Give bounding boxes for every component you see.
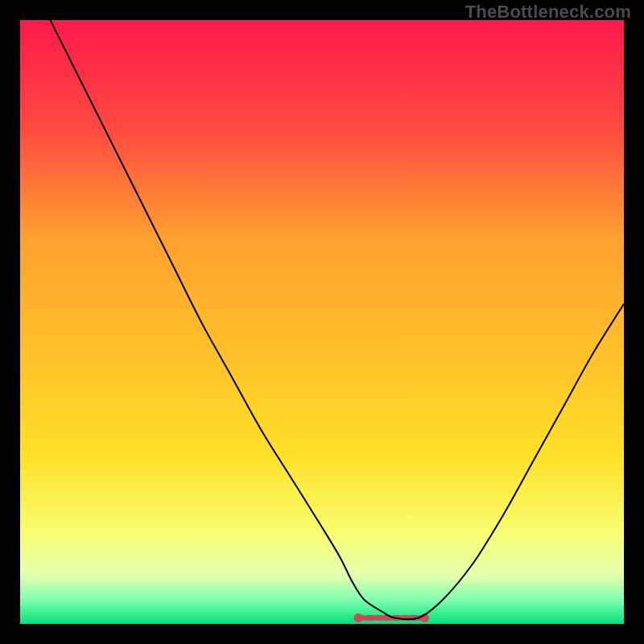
watermark-label: TheBottleneck.com: [465, 2, 631, 23]
chart-outer-frame: TheBottleneck.com: [0, 0, 644, 644]
gradient-background: [20, 20, 624, 624]
chart-svg: [20, 20, 624, 624]
plot-area: [20, 20, 624, 624]
svg-point-1: [354, 613, 363, 622]
